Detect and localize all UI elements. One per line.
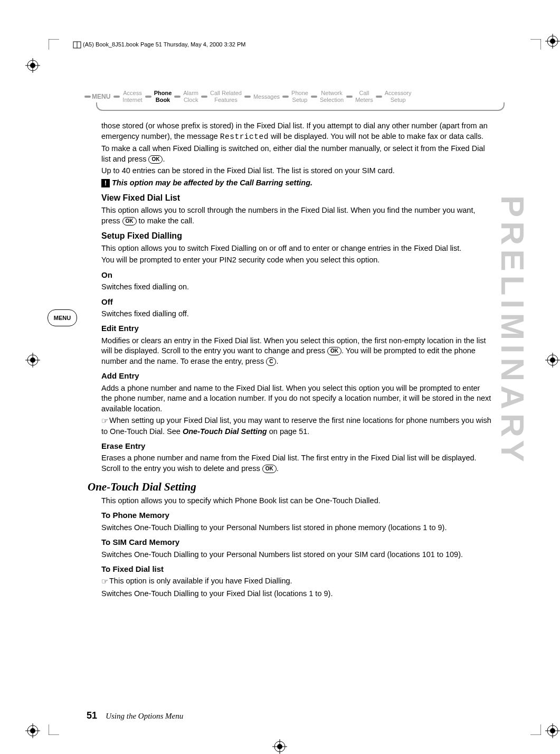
- crop-mark-bl: [49, 724, 59, 735]
- heading-one-touch-dial-setting: One-Touch Dial Setting: [88, 479, 492, 494]
- heading-to-sim-card-memory: To SIM Card Memory: [101, 537, 492, 548]
- c-button-icon: C: [266, 357, 276, 366]
- paragraph: ☞This option is only available if you ha…: [101, 576, 492, 587]
- paragraph: Switches One-Touch Dialling to your Pers…: [101, 550, 492, 560]
- ok-button-icon: OK: [327, 347, 341, 355]
- note-line: !This option may be affected by the Call…: [101, 178, 492, 188]
- crop-mark-br: [530, 724, 541, 735]
- code-text: Restricted: [220, 133, 269, 141]
- menu-breadcrumb: MENU AccessInternet PhoneBook AlarmClock…: [83, 90, 528, 107]
- paragraph: Switches fixed dialling on.: [101, 282, 492, 293]
- hand-icon: ☞: [101, 576, 108, 587]
- hand-icon: ☞: [101, 416, 108, 426]
- paragraph: Adds a phone number and name to the Fixe…: [101, 383, 492, 414]
- footer: 51 Using the Options Menu: [87, 710, 183, 721]
- registration-mark: [25, 353, 40, 367]
- paragraph: To make a call when Fixed Dialling is sw…: [101, 144, 492, 164]
- registration-mark: [545, 723, 560, 738]
- paragraph: Switches One-Touch Dialling to your Pers…: [101, 523, 492, 533]
- warning-icon: !: [101, 179, 110, 187]
- heading-view-fixed-dial-list: View Fixed Dial List: [101, 192, 492, 204]
- paragraph: ☞When setting up your Fixed Dial list, y…: [101, 416, 492, 437]
- menu-item-phone-setup: PhoneSetup: [291, 90, 308, 103]
- menu-item-network-selection: NetworkSelection: [320, 90, 344, 103]
- registration-mark: [272, 739, 287, 754]
- ok-button-icon: OK: [122, 217, 137, 225]
- heading-on: On: [101, 270, 492, 280]
- heading-to-phone-memory: To Phone Memory: [101, 510, 492, 521]
- paragraph: This option allows you to scroll through…: [101, 205, 492, 226]
- book-icon: [73, 41, 81, 49]
- page-title: Using the Options Menu: [106, 712, 183, 720]
- registration-mark: [25, 58, 40, 73]
- registration-mark: [545, 353, 560, 367]
- side-menu-icon: MENU: [48, 309, 77, 326]
- menu-item-messages: Messages: [253, 93, 280, 100]
- menu-curve: [96, 102, 505, 111]
- heading-edit-entry: Edit Entry: [101, 323, 492, 334]
- heading-setup-fixed-dialling: Setup Fixed Dialling: [101, 230, 492, 242]
- content-body: those stored (or whose prefix is stored)…: [101, 119, 492, 600]
- cross-reference: One-Touch Dial Setting: [183, 427, 267, 436]
- menu-item-accessory-setup: AccessorySetup: [385, 90, 412, 103]
- menu-item-call-meters: CallMeters: [355, 90, 373, 103]
- paragraph: This option allows you to switch Fixed D…: [101, 243, 492, 254]
- paragraph: Switches fixed dialling off.: [101, 309, 492, 319]
- menu-label: MENU: [92, 93, 110, 100]
- heading-add-entry: Add Entry: [101, 371, 492, 381]
- menu-item-alarm-clock: AlarmClock: [183, 90, 198, 103]
- registration-mark: [25, 723, 40, 738]
- heading-to-fixed-dial-list: To Fixed Dial list: [101, 564, 492, 574]
- paragraph: This option allows you to specify which …: [101, 496, 492, 506]
- heading-off: Off: [101, 297, 492, 307]
- menu-item-call-related: Call RelatedFeatures: [210, 90, 242, 103]
- paragraph: Switches One-Touch Dialling to your Fixe…: [101, 589, 492, 599]
- crop-mark-tr: [530, 39, 541, 50]
- paragraph: You will be prompted to enter your PIN2 …: [101, 255, 492, 266]
- paragraph: Erases a phone number and name from the …: [101, 453, 492, 474]
- page-number: 51: [87, 710, 97, 721]
- paragraph: those stored (or whose prefix is stored)…: [101, 121, 492, 142]
- ok-button-icon: OK: [262, 465, 277, 473]
- paragraph: Up to 40 entries can be stored in the Fi…: [101, 166, 492, 176]
- watermark-text: PRELIMINARY: [494, 195, 531, 466]
- menu-item-access-internet: AccessInternet: [122, 90, 142, 103]
- ok-button-icon: OK: [148, 155, 163, 164]
- menu-item-phone-book: PhoneBook: [154, 90, 172, 103]
- paragraph: Modifies or clears an entry in the Fixed…: [101, 336, 492, 367]
- crop-mark-tl: [49, 39, 59, 50]
- heading-erase-entry: Erase Entry: [101, 441, 492, 451]
- registration-mark: [545, 34, 560, 49]
- header-text: (A5) Book_8J51.book Page 51 Thursday, Ma…: [73, 41, 245, 49]
